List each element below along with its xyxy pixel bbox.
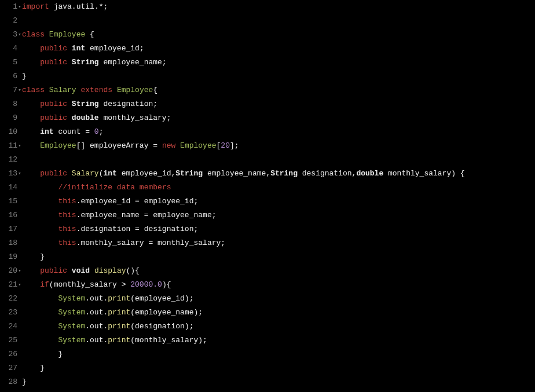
code-line[interactable]: } [22, 375, 535, 389]
code-line[interactable]: public String employee_name; [22, 56, 535, 69]
line-number: 9 [0, 111, 17, 125]
line-number: 11▾ [0, 139, 17, 153]
line-number: 20▾ [0, 264, 17, 278]
line-number: 3▾ [0, 28, 17, 42]
line-number: 4 [0, 42, 17, 56]
line-number: 22 [0, 292, 17, 306]
code-line[interactable]: } [22, 361, 535, 375]
line-number: 2 [0, 14, 17, 28]
code-line[interactable]: System.out.print(employee_id); [22, 292, 535, 306]
code-line[interactable]: public double monthly_salary; [22, 111, 535, 125]
code-line[interactable]: System.out.print(monthly_salary); [22, 334, 535, 347]
line-number: 6 [0, 69, 17, 83]
fold-icon[interactable]: ▾ [17, 0, 22, 14]
line-number: 1▾ [0, 0, 17, 14]
code-line[interactable]: System.out.print(designation); [22, 320, 535, 334]
code-area[interactable]: import java.util.*; class Employee { pub… [22, 0, 535, 389]
code-line[interactable]: Employee[] employeeArray = new Employee[… [22, 139, 535, 153]
line-number: 10 [0, 125, 17, 139]
line-number: 18 [0, 236, 17, 250]
line-number: 14 [0, 181, 17, 195]
code-line[interactable]: public void display(){ [22, 264, 535, 278]
line-number: 12 [0, 153, 17, 167]
line-number: 17 [0, 222, 17, 236]
line-number: 28 [0, 375, 17, 389]
code-line[interactable]: this.employee_id = employee_id; [22, 195, 535, 208]
line-number: 23 [0, 306, 17, 320]
fold-icon[interactable]: ▾ [17, 167, 22, 181]
code-line[interactable]: class Employee { [22, 28, 535, 42]
code-line[interactable]: public int employee_id; [22, 42, 535, 56]
line-number: 24 [0, 320, 17, 334]
line-gutter: 1▾23▾4567▾891011▾1213▾14151617181920▾21▾… [0, 0, 22, 389]
line-number: 26 [0, 347, 17, 361]
code-line[interactable]: } [22, 347, 535, 361]
code-line[interactable]: if(monthly_salary > 20000.0){ [22, 278, 535, 292]
line-number: 8 [0, 97, 17, 111]
fold-icon[interactable]: ▾ [17, 28, 22, 42]
line-number: 16 [0, 208, 17, 222]
code-line[interactable]: } [22, 250, 535, 264]
code-line[interactable]: import java.util.*; [22, 0, 535, 14]
code-line[interactable]: this.employee_name = employee_name; [22, 208, 535, 222]
code-line[interactable] [22, 153, 535, 167]
line-number: 25 [0, 334, 17, 347]
line-number: 7▾ [0, 83, 17, 97]
line-number: 21▾ [0, 278, 17, 292]
line-number: 13▾ [0, 167, 17, 181]
code-line[interactable]: this.monthly_salary = monthly_salary; [22, 236, 535, 250]
line-number: 15 [0, 195, 17, 208]
line-number: 19 [0, 250, 17, 264]
line-number: 5 [0, 56, 17, 69]
line-number: 27 [0, 361, 17, 375]
code-line[interactable]: int count = 0; [22, 125, 535, 139]
code-line[interactable] [22, 14, 535, 28]
code-line[interactable]: System.out.print(employee_name); [22, 306, 535, 320]
code-line[interactable]: public String designation; [22, 97, 535, 111]
fold-icon[interactable]: ▾ [17, 264, 22, 278]
code-editor[interactable]: 1▾23▾4567▾891011▾1213▾14151617181920▾21▾… [0, 0, 535, 389]
code-line[interactable]: this.designation = designation; [22, 222, 535, 236]
code-line[interactable]: class Salary extends Employee{ [22, 83, 535, 97]
fold-icon[interactable]: ▾ [17, 83, 22, 97]
fold-icon[interactable]: ▾ [17, 278, 22, 292]
code-line[interactable]: public Salary(int employee_id,String emp… [22, 167, 535, 181]
code-line[interactable]: //initialize data members [22, 181, 535, 195]
code-line[interactable]: } [22, 69, 535, 83]
fold-icon[interactable]: ▾ [17, 139, 22, 153]
